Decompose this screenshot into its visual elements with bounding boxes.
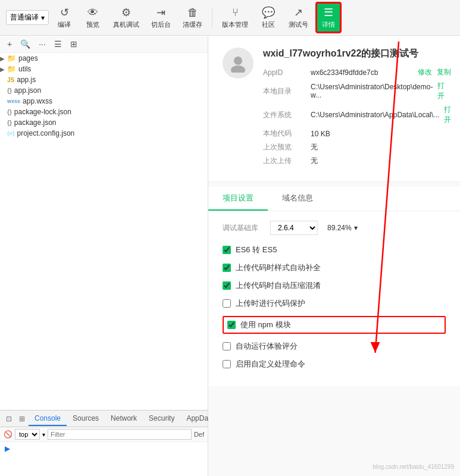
tab-network[interactable]: Network	[105, 412, 143, 426]
json-icon: {}	[7, 87, 12, 94]
search-button[interactable]: 🔍	[18, 38, 33, 50]
tree-item-packagelockjson[interactable]: {} package-lock.json	[0, 107, 208, 117]
main-layout: + 🔍 ··· ☰ ⊞ ▶ 📁 pages ▶ 📁 utils JS app.j…	[0, 36, 460, 476]
tree-item-label: pages	[18, 54, 38, 62]
versions-button[interactable]: ⑂ 版本管理	[217, 4, 253, 32]
tab-domain-info[interactable]: 域名信息	[268, 187, 327, 211]
preview-button[interactable]: 👁 预览	[80, 4, 106, 32]
top-select[interactable]: top	[15, 429, 40, 440]
compile-mode-dropdown[interactable]: 普通编译 ▾	[6, 10, 49, 25]
tree-item-utils[interactable]: ▶ 📁 utils	[0, 64, 208, 74]
appid-label: AppID	[263, 68, 311, 77]
clearcache-button[interactable]: 🗑 清缓存	[178, 4, 207, 32]
checkbox-1[interactable]	[223, 264, 231, 272]
filesystem-open-link[interactable]: 打开	[444, 105, 451, 125]
filesystem-value: C:\Users\Administrator\AppData\Local\...	[311, 111, 439, 119]
console-content: ▶	[0, 442, 208, 476]
filter-input[interactable]	[48, 429, 192, 440]
settings-content: 调试基础库 2.6.4 89.24% ▾ ES6 转 ES5上传代码时样式自动补…	[208, 211, 460, 386]
wxss-icon: wxss	[7, 98, 20, 104]
checkbox-row-1: 上传代码时样式自动补全	[223, 262, 446, 273]
localdir-open-link[interactable]: 打开	[437, 81, 451, 101]
tree-item-packagejson-label: package.json	[14, 118, 57, 127]
folder-arrow-icon: ▶	[0, 55, 7, 62]
config-icon: {o}	[7, 130, 15, 136]
realdevice-button[interactable]: ⚙ 真机调试	[108, 4, 144, 32]
community-button[interactable]: 💬 社区	[255, 4, 281, 32]
def-button[interactable]: Def	[194, 431, 204, 438]
compile-icon: ↺	[60, 6, 69, 19]
watermark: blog.csdn.net/baidu_41601299	[373, 464, 454, 470]
console-arrow-icon[interactable]: ▶	[5, 444, 10, 453]
console-expand-icon[interactable]: ⊞	[15, 412, 29, 425]
tab-sources-label: Sources	[73, 414, 99, 422]
checkbox-label-0: ES6 转 ES5	[236, 245, 277, 255]
cutback-icon: ⇥	[157, 6, 165, 19]
tree-item-projectconfig[interactable]: {o} project.config.json	[0, 128, 208, 139]
console-block-icon[interactable]: 🚫	[4, 430, 12, 439]
add-file-button[interactable]: +	[5, 38, 14, 50]
checkbox-label-3: 上传时进行代码保护	[236, 298, 305, 309]
realdevice-icon: ⚙	[121, 6, 131, 19]
checkbox-label-2: 上传代码时自动压缩混淆	[236, 280, 321, 291]
filesystem-label: 文件系统	[263, 110, 311, 120]
checkbox-row-5: 自动运行体验评分	[223, 341, 446, 352]
info-row-lastpreview: 上次预览 无	[263, 142, 451, 152]
sort-button[interactable]: ☰	[52, 38, 64, 50]
tab-security[interactable]: Security	[143, 412, 180, 426]
checkbox-6[interactable]	[223, 360, 231, 368]
details-icon: ☰	[324, 6, 333, 19]
console-panel-icon[interactable]: ⊡	[2, 412, 15, 425]
layout-button[interactable]: ⊞	[68, 38, 80, 50]
js-icon: JS	[7, 77, 14, 83]
appid-copy-link[interactable]: 复制	[437, 67, 451, 77]
avatar	[223, 48, 254, 79]
tab-project-settings[interactable]: 项目设置	[208, 187, 268, 211]
right-panel: wxid_l77woyrho1rv22的接口测试号 AppID wx6c2334…	[208, 36, 460, 476]
testno-button[interactable]: ↗ 测试号	[284, 4, 313, 32]
cutback-button[interactable]: ⇥ 切后台	[146, 4, 176, 32]
debug-lib-row: 调试基础库 2.6.4 89.24% ▾	[223, 221, 446, 235]
community-icon: 💬	[262, 6, 275, 19]
tab-domain-label: 域名信息	[282, 193, 313, 202]
more-button[interactable]: ···	[36, 38, 48, 50]
checkbox-3[interactable]	[223, 299, 231, 308]
checkbox-label-4: 使用 npm 模块	[240, 320, 291, 330]
checkbox-4[interactable]	[227, 321, 236, 329]
localdir-label: 本地目录	[263, 86, 311, 96]
left-panel: + 🔍 ··· ☰ ⊞ ▶ 📁 pages ▶ 📁 utils JS app.j…	[0, 36, 208, 476]
tab-console[interactable]: Console	[29, 412, 67, 426]
tree-item-packagejson[interactable]: {} package.json	[0, 117, 208, 128]
compile-button[interactable]: ↺ 编译	[51, 4, 77, 32]
file-tree-area: + 🔍 ··· ☰ ⊞ ▶ 📁 pages ▶ 📁 utils JS app.j…	[0, 36, 208, 411]
debug-lib-select[interactable]: 2.6.4	[270, 221, 318, 235]
info-row-localcode: 本地代码 10 KB	[263, 129, 451, 139]
tree-item-appjs[interactable]: JS app.js	[0, 74, 208, 85]
checkbox-2[interactable]	[223, 281, 231, 290]
profile-info: wxid_l77woyrho1rv22的接口测试号 AppID wx6c2334…	[263, 48, 451, 170]
avatar-icon	[229, 54, 248, 73]
appid-modify-link[interactable]: 修改	[418, 67, 432, 77]
localcode-label: 本地代码	[263, 129, 311, 139]
tree-item-appjson-label: app.json	[14, 86, 41, 95]
pct-dropdown-icon: ▾	[354, 224, 358, 232]
json-icon-3: {}	[7, 120, 12, 126]
tree-item-packagelock-label: package-lock.json	[14, 108, 71, 116]
info-row-filesystem: 文件系统 C:\Users\Administrator\AppData\Loca…	[263, 105, 451, 125]
checkbox-0[interactable]	[223, 246, 231, 254]
checkbox-row-3: 上传时进行代码保护	[223, 298, 446, 309]
console-toolbar: 🚫 top ▾ Def	[0, 427, 208, 442]
tree-item-appwxss[interactable]: wxss app.wxss	[0, 96, 208, 107]
toolbar: 普通编译 ▾ ↺ 编译 👁 预览 ⚙ 真机调试 ⇥ 切后台 🗑 清缓存 ⑂ 版本…	[0, 0, 460, 36]
info-row-lastupload: 上次上传 无	[263, 156, 451, 166]
details-button[interactable]: ☰ 详情	[315, 2, 342, 33]
compile-mode-label: 普通编译	[10, 12, 39, 23]
tab-sources[interactable]: Sources	[67, 412, 105, 426]
dropdown-arrow-icon: ▾	[41, 14, 45, 22]
tree-item-appjson[interactable]: {} app.json	[0, 85, 208, 96]
tree-item-pages[interactable]: ▶ 📁 pages	[0, 53, 208, 64]
info-row-appid: AppID wx6c2334f9dfdde7cb 修改 复制	[263, 67, 451, 77]
tab-console-label: Console	[35, 414, 61, 422]
checkbox-5[interactable]	[223, 342, 231, 350]
svg-point-1	[231, 65, 245, 73]
